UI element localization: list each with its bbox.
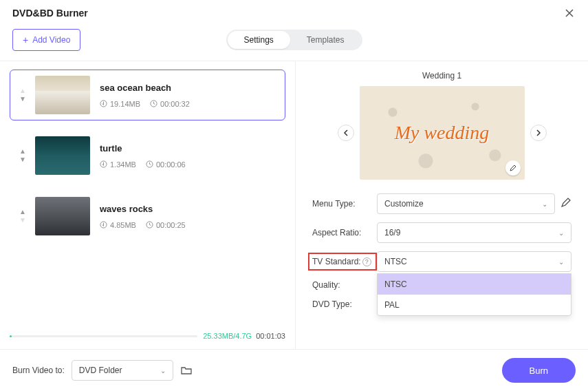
preview-overlay-text: My wedding bbox=[395, 122, 490, 144]
burn-button[interactable]: Burn bbox=[502, 358, 576, 383]
dropdown-option-pal[interactable]: PAL bbox=[378, 295, 571, 315]
bottom-bar: Burn Video to: DVD Folder ⌄ Burn bbox=[0, 349, 588, 391]
add-video-button[interactable]: + Add Video bbox=[12, 29, 80, 51]
filesize-icon bbox=[100, 100, 107, 107]
tab-switch: Settings Templates bbox=[226, 30, 362, 50]
capacity-progress: 25.33MB/4.7G 00:01:03 bbox=[10, 330, 285, 342]
video-meta: 19.14MB 00:00:32 bbox=[100, 100, 190, 108]
browse-folder-icon[interactable] bbox=[180, 364, 193, 377]
tv-standard-label: TV Standard: ? bbox=[308, 253, 377, 271]
titlebar: DVD&BD Burner bbox=[0, 0, 588, 23]
video-list: ▲ ▼ sea ocean beach 19.14MB 00:00:32 bbox=[0, 70, 295, 326]
dropdown-option-ntsc[interactable]: NTSC bbox=[378, 274, 571, 295]
progress-duration: 00:01:03 bbox=[256, 332, 285, 340]
next-template-button[interactable] bbox=[530, 125, 547, 141]
filesize-icon bbox=[100, 160, 107, 168]
prev-template-button[interactable] bbox=[338, 125, 354, 141]
video-meta: 1.34MB 00:00:06 bbox=[100, 160, 186, 169]
tv-standard-dropdown: NTSC PAL bbox=[377, 273, 571, 316]
video-item[interactable]: ▲ ▼ waves rocks 4.85MB 00:00:25 bbox=[10, 191, 285, 242]
chevron-down-icon: ⌄ bbox=[558, 258, 564, 266]
chevron-down-icon: ⌄ bbox=[558, 229, 564, 237]
chevron-down-icon: ⌄ bbox=[160, 367, 166, 374]
move-up-icon[interactable]: ▲ bbox=[17, 147, 28, 156]
burn-to-select[interactable]: DVD Folder ⌄ bbox=[72, 360, 173, 381]
video-thumbnail bbox=[35, 197, 90, 235]
settings-pane: Wedding 1 My wedding Menu Type: bbox=[296, 61, 588, 349]
list-footer: 25.33MB/4.7G 00:01:03 bbox=[0, 326, 295, 349]
clock-icon bbox=[150, 100, 157, 107]
video-thumbnail bbox=[35, 76, 90, 114]
video-item[interactable]: ▲ ▼ sea ocean beach 19.14MB 00:00:32 bbox=[10, 70, 285, 120]
move-down-icon[interactable]: ▼ bbox=[17, 95, 28, 103]
video-title: turtle bbox=[100, 143, 186, 154]
chevron-down-icon: ⌄ bbox=[542, 200, 547, 208]
move-down-icon: ▼ bbox=[17, 216, 28, 224]
aspect-ratio-label: Aspect Ratio: bbox=[312, 228, 377, 237]
progress-bar bbox=[10, 335, 197, 337]
close-icon[interactable] bbox=[563, 7, 576, 19]
reorder-controls: ▲ ▼ bbox=[17, 87, 28, 103]
reorder-controls: ▲ ▼ bbox=[17, 147, 28, 164]
menu-type-select[interactable]: Customize ⌄ bbox=[377, 193, 555, 214]
edit-preview-button[interactable] bbox=[505, 160, 521, 176]
progress-size: 25.33MB/4.7G bbox=[203, 332, 252, 340]
video-meta: 4.85MB 00:00:25 bbox=[100, 221, 186, 229]
main-body: ▲ ▼ sea ocean beach 19.14MB 00:00:32 bbox=[0, 61, 588, 349]
tab-settings[interactable]: Settings bbox=[227, 31, 290, 49]
aspect-ratio-row: Aspect Ratio: 16/9 ⌄ bbox=[312, 222, 571, 243]
toolbar: + Add Video Settings Templates bbox=[0, 23, 588, 61]
move-down-icon[interactable]: ▼ bbox=[17, 156, 28, 164]
tab-templates[interactable]: Templates bbox=[290, 31, 361, 49]
move-up-icon[interactable]: ▲ bbox=[17, 208, 28, 216]
quality-label: Quality: bbox=[312, 280, 377, 290]
tv-standard-select[interactable]: NTSC ⌄ NTSC PAL bbox=[377, 251, 571, 272]
app-window: DVD&BD Burner + Add Video Settings Templ… bbox=[0, 0, 588, 391]
clock-icon bbox=[146, 221, 153, 229]
window-title: DVD&BD Burner bbox=[12, 8, 88, 19]
move-up-icon: ▲ bbox=[17, 87, 28, 95]
menu-preview: My wedding bbox=[360, 86, 525, 180]
clock-icon bbox=[146, 160, 153, 168]
menu-type-label: Menu Type: bbox=[312, 199, 377, 209]
filesize-icon bbox=[100, 221, 107, 229]
video-thumbnail bbox=[35, 136, 90, 175]
video-title: waves rocks bbox=[100, 204, 186, 214]
add-video-label: Add Video bbox=[32, 35, 70, 45]
preview-title: Wedding 1 bbox=[312, 71, 571, 81]
help-icon[interactable]: ? bbox=[362, 257, 371, 266]
video-list-pane: ▲ ▼ sea ocean beach 19.14MB 00:00:32 bbox=[0, 61, 296, 349]
preview-row: My wedding bbox=[312, 86, 571, 180]
edit-menu-icon[interactable] bbox=[560, 197, 571, 211]
video-title: sea ocean beach bbox=[100, 83, 190, 93]
burn-to-label: Burn Video to: bbox=[12, 366, 65, 375]
plus-icon: + bbox=[23, 34, 28, 45]
aspect-ratio-select[interactable]: 16/9 ⌄ bbox=[377, 222, 571, 243]
dvd-type-label: DVD Type: bbox=[312, 299, 377, 309]
tv-standard-row: TV Standard: ? NTSC ⌄ NTSC PAL bbox=[312, 251, 571, 272]
menu-type-row: Menu Type: Customize ⌄ bbox=[312, 193, 571, 214]
reorder-controls: ▲ ▼ bbox=[17, 208, 28, 224]
burn-to-row: Burn Video to: DVD Folder ⌄ bbox=[12, 360, 193, 381]
video-item[interactable]: ▲ ▼ turtle 1.34MB 00:00:06 bbox=[10, 130, 285, 181]
